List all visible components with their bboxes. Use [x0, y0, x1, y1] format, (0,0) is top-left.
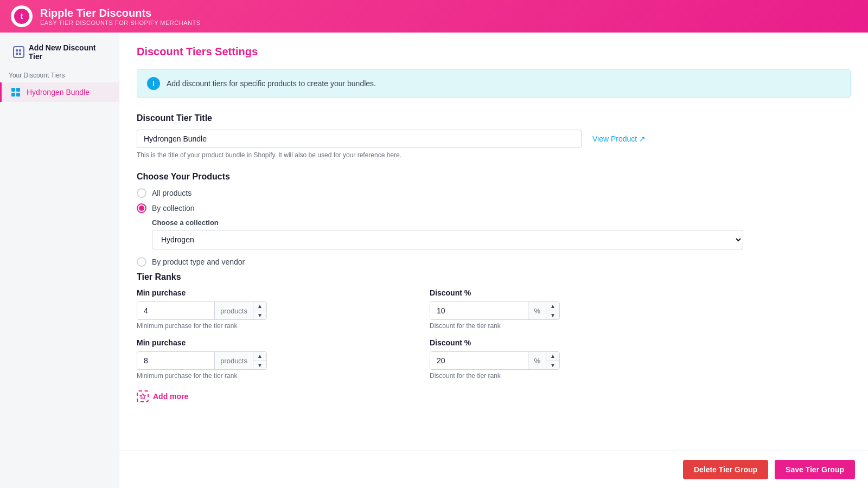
- tier-1-min-up[interactable]: ▲: [253, 302, 266, 311]
- tier-row-2: products ▲ ▼ Minimum purchase for the ti…: [137, 351, 851, 380]
- add-more-button[interactable]: ✩ Add more: [137, 388, 188, 404]
- app-title: Ripple Tier Discounts: [40, 7, 201, 20]
- radio-circle-type: [137, 257, 146, 267]
- tier-1-min-down[interactable]: ▼: [253, 311, 266, 320]
- tier-2-discount-unit: %: [528, 352, 546, 369]
- main-content: Discount Tiers Settings i Add discount t…: [119, 33, 868, 488]
- col-discount-1: Discount %: [430, 288, 701, 297]
- svg-rect-2: [16, 53, 18, 55]
- tier-2-discount-down[interactable]: ▼: [546, 361, 559, 370]
- info-banner: i Add discount tiers for specific produc…: [137, 69, 851, 98]
- add-more-label: Add more: [153, 392, 188, 401]
- add-more-icon: ✩: [137, 390, 149, 402]
- footer-actions: Delete Tier Group Save Tier Group: [119, 451, 868, 488]
- header-text: Ripple Tier Discounts EASY TIER DISCOUNT…: [40, 7, 201, 26]
- tier-1-min-unit: products: [214, 302, 253, 319]
- view-product-label: View Product: [592, 134, 637, 143]
- tier-1-min-hint: Minimum purchase for the tier rank: [137, 322, 408, 330]
- external-link-icon: ↗: [639, 134, 646, 143]
- info-icon: i: [147, 77, 160, 90]
- collection-select[interactable]: Hydrogen: [152, 230, 743, 249]
- save-tier-group-button[interactable]: Save Tier Group: [775, 460, 855, 479]
- radio-collection-label: By collection: [152, 204, 195, 213]
- app-subtitle: EASY TIER DISCOUNTS FOR SHOPIFY MERCHANT…: [40, 20, 201, 26]
- tier-1-discount-hint: Discount for the tier rank: [430, 322, 701, 330]
- svg-rect-0: [16, 49, 18, 52]
- radio-circle-all: [137, 188, 146, 198]
- tier-2-min-up[interactable]: ▲: [253, 352, 266, 361]
- tier-header-row-2: Min purchase Discount %: [137, 338, 851, 347]
- svg-rect-3: [19, 53, 21, 55]
- col-min-purchase-2: Min purchase: [137, 338, 408, 347]
- tier-title-hint: This is the title of your product bundle…: [137, 151, 851, 159]
- tier-1-discount-unit: %: [528, 302, 546, 319]
- tier-1-discount-input-wrap: % ▲ ▼: [430, 301, 560, 320]
- tier-2-min-unit: products: [214, 352, 253, 369]
- sidebar: Add New Discount Tier Your Discount Tier…: [0, 33, 119, 488]
- radio-by-type[interactable]: By product type and vendor: [137, 257, 851, 267]
- tier-1-discount-up[interactable]: ▲: [546, 302, 559, 311]
- app-logo: t: [11, 5, 33, 27]
- tier-2-discount-hint: Discount for the tier rank: [430, 372, 701, 380]
- title-row: View Product ↗: [137, 130, 851, 148]
- tier-1-min-spinner: ▲ ▼: [253, 302, 266, 319]
- radio-all-label: All products: [152, 189, 192, 197]
- svg-rect-5: [16, 88, 20, 92]
- tier-1-discount-input[interactable]: [430, 302, 528, 319]
- app-header: t Ripple Tier Discounts EASY TIER DISCOU…: [0, 0, 868, 33]
- tier-1-discount-group: % ▲ ▼ Discount for the tier rank: [430, 301, 701, 330]
- tier-2-min-hint: Minimum purchase for the tier rank: [137, 372, 408, 380]
- tier-2-min-group: products ▲ ▼ Minimum purchase for the ti…: [137, 351, 408, 380]
- tier-2-min-spinner: ▲ ▼: [253, 352, 266, 369]
- add-new-tier-button[interactable]: Add New Discount Tier: [4, 39, 114, 65]
- sidebar-item-hydrongen[interactable]: Hydrongen Bundle: [0, 82, 119, 102]
- view-product-link[interactable]: View Product ↗: [592, 134, 646, 143]
- radio-by-collection[interactable]: By collection: [137, 203, 851, 213]
- page-title: Discount Tiers Settings: [137, 46, 851, 58]
- choose-products-label: Choose Your Products: [137, 172, 851, 182]
- tier-2-discount-spinner: ▲ ▼: [546, 352, 559, 369]
- radio-all-products[interactable]: All products: [137, 188, 851, 198]
- radio-circle-collection: [137, 203, 146, 213]
- sidebar-section-title: Your Discount Tiers: [0, 72, 119, 79]
- logo-letter: t: [14, 9, 29, 24]
- tier-2-discount-input[interactable]: [430, 352, 528, 369]
- svg-rect-4: [11, 88, 15, 92]
- collection-sub-section: Choose a collection Hydrogen: [152, 219, 851, 249]
- products-radio-group: All products By collection Choose a coll…: [137, 188, 851, 267]
- tier-header-row-1: Min purchase Discount %: [137, 288, 851, 297]
- tier-title-input[interactable]: [137, 130, 582, 148]
- main-layout: Add New Discount Tier Your Discount Tier…: [0, 33, 868, 488]
- svg-rect-6: [11, 93, 15, 97]
- col-min-purchase-1: Min purchase: [137, 288, 408, 297]
- tier-2-min-input[interactable]: [137, 352, 214, 369]
- tier-1-min-group: products ▲ ▼ Minimum purchase for the ti…: [137, 301, 408, 330]
- info-text: Add discount tiers for specific products…: [167, 79, 376, 88]
- tier-row-1: products ▲ ▼ Minimum purchase for the ti…: [137, 301, 851, 330]
- tier-1-discount-down[interactable]: ▼: [546, 311, 559, 320]
- collection-sub-label: Choose a collection: [152, 219, 851, 227]
- tier-icon: [10, 87, 21, 98]
- tier-2-discount-up[interactable]: ▲: [546, 352, 559, 361]
- delete-tier-group-button[interactable]: Delete Tier Group: [683, 460, 768, 479]
- sidebar-item-label: Hydrongen Bundle: [27, 88, 90, 97]
- tier-2-min-down[interactable]: ▼: [253, 361, 266, 370]
- tier-2-discount-group: % ▲ ▼ Discount for the tier rank: [430, 351, 701, 380]
- tier-1-discount-spinner: ▲ ▼: [546, 302, 559, 319]
- svg-rect-7: [16, 93, 20, 97]
- add-icon: [13, 46, 24, 58]
- tier-1-min-input[interactable]: [137, 302, 214, 319]
- svg-rect-1: [19, 49, 21, 52]
- tier-ranks-section: Tier Ranks Min purchase Discount % produ…: [137, 272, 851, 404]
- tier-ranks-label: Tier Ranks: [137, 272, 851, 282]
- add-new-tier-label: Add New Discount Tier: [29, 43, 106, 61]
- tier-title-label: Discount Tier Title: [137, 113, 851, 123]
- radio-type-label: By product type and vendor: [152, 258, 245, 266]
- tier-2-min-input-wrap: products ▲ ▼: [137, 351, 267, 370]
- tier-1-min-input-wrap: products ▲ ▼: [137, 301, 267, 320]
- tier-2-discount-input-wrap: % ▲ ▼: [430, 351, 560, 370]
- col-discount-2: Discount %: [430, 338, 701, 347]
